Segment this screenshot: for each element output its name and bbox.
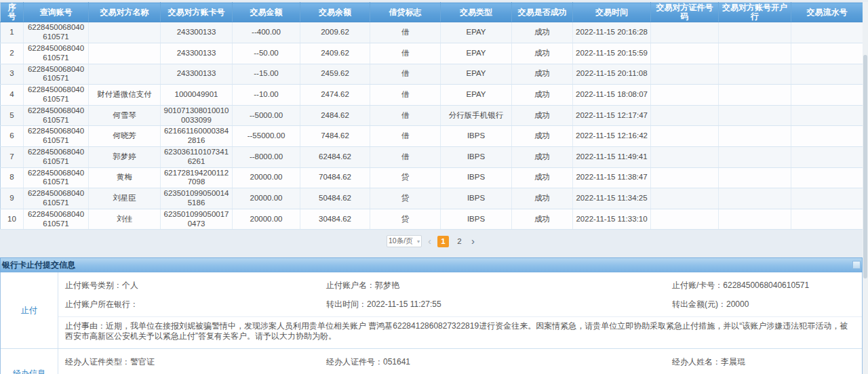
column-header: 交易流水号 xyxy=(791,3,863,22)
stop-payment-section-bar: 银行卡止付提交信息 xyxy=(0,257,863,272)
table-cell: 20000.00 xyxy=(233,209,300,230)
table-cell: 2022-11-15 11:49:41 xyxy=(573,146,651,167)
table-cell: 6235010990500145186 xyxy=(161,188,233,209)
field-operator-name: 经办人姓名：李晨琨 xyxy=(672,356,862,368)
table-cell xyxy=(719,126,791,147)
table-cell: 3 xyxy=(1,64,24,85)
table-cell: 刘佳 xyxy=(89,209,161,230)
field-line: 止付账号类别：个人 止付账户名：郭梦艳 止付账/卡号：6228450068040… xyxy=(58,280,862,291)
table-cell xyxy=(719,85,791,106)
table-cell: 6228450068040610571 xyxy=(24,85,89,106)
transactions-table-header: 序号查询账号交易对方名称交易对方账卡号交易金额交易余额借贷标志交易类型交易是否成… xyxy=(1,3,863,22)
table-cell xyxy=(791,105,863,126)
operator-info-row: 经办信息 经办人证件类型：警官证 经办人证件号：051641 经办人姓名：李晨琨… xyxy=(1,348,862,374)
table-cell xyxy=(719,209,791,230)
stop-payment-panel: 止付 止付账号类别：个人 止付账户名：郭梦艳 止付账/卡号：6228450068… xyxy=(0,272,863,374)
table-cell: 20000.00 xyxy=(233,188,300,209)
table-cell: --8000.00 xyxy=(233,146,300,167)
table-cell: 70484.62 xyxy=(300,167,370,188)
column-header: 交易对方账号开户行 xyxy=(719,3,791,22)
table-cell: 2022-11-15 12:16:42 xyxy=(573,126,651,147)
table-cell: 2022-11-15 20:15:59 xyxy=(573,43,651,64)
table-cell: EPAY xyxy=(441,64,512,85)
field-account-bank: 止付账户所在银行： xyxy=(58,299,326,310)
page-button-2[interactable]: 2 xyxy=(454,236,465,247)
table-cell: 借 xyxy=(370,146,441,167)
table-cell: 成功 xyxy=(512,167,573,188)
table-cell: 2474.62 xyxy=(300,85,370,106)
column-header: 序号 xyxy=(1,3,24,22)
table-row: 106228450068040610571刘佳62350109905001704… xyxy=(1,209,863,230)
table-cell: 20000.00 xyxy=(233,167,300,188)
page-size-label: 10条/页 xyxy=(389,236,413,246)
column-header: 借贷标志 xyxy=(370,3,441,22)
table-cell: 何雪琴 xyxy=(89,105,161,126)
table-cell: 贷 xyxy=(370,167,441,188)
table-cell: 借 xyxy=(370,85,441,106)
table-cell: 成功 xyxy=(512,105,573,126)
table-cell: --5000.00 xyxy=(233,105,300,126)
table-cell xyxy=(791,64,863,85)
column-header: 交易对方证件号码 xyxy=(651,3,719,22)
scrollbar-thumb[interactable] xyxy=(863,55,867,278)
table-cell xyxy=(719,188,791,209)
table-row: 26228450068040610571243300133--50.002409… xyxy=(1,43,863,64)
table-cell: 成功 xyxy=(512,146,573,167)
table-cell xyxy=(651,126,719,147)
transactions-table: 序号查询账号交易对方名称交易对方账卡号交易金额交易余额借贷标志交易类型交易是否成… xyxy=(0,2,863,230)
table-cell: 成功 xyxy=(512,85,573,106)
table-cell: 6228450068040610571 xyxy=(24,105,89,126)
table-cell: --400.00 xyxy=(233,22,300,43)
table-cell: 6228450068040610571 xyxy=(24,167,89,188)
table-cell: 2022-11-15 20:16:28 xyxy=(573,22,651,43)
table-cell xyxy=(89,22,161,43)
table-cell: 财付通微信支付 xyxy=(89,85,161,106)
table-cell: 6228450068040610571 xyxy=(24,64,89,85)
page-button-1[interactable]: 1 xyxy=(437,236,449,247)
table-cell: EPAY xyxy=(441,22,512,43)
prev-page-button[interactable]: ‹ xyxy=(427,236,433,247)
field-transfer-amount: 转出金额(元)：20000 xyxy=(672,299,862,310)
stop-payment-reason: 止付事由：近期，我单位在接报刘妮被骗警情中，发现涉案人员利用贵单位相关账户 曹鸿… xyxy=(58,316,862,348)
table-cell: IBPS xyxy=(441,209,512,230)
table-cell: 2409.62 xyxy=(300,43,370,64)
field-operator-id-number: 经办人证件号：051641 xyxy=(326,356,672,368)
column-header: 交易时间 xyxy=(573,3,651,22)
table-cell: 借 xyxy=(370,43,441,64)
table-cell: 2009.62 xyxy=(300,22,370,43)
collapse-icon[interactable] xyxy=(852,261,861,269)
page-size-select[interactable]: 10条/页 ▾ xyxy=(387,235,422,247)
table-cell xyxy=(791,146,863,167)
pagination: 10条/页 ▾ ‹ 1 2 › xyxy=(0,234,863,248)
column-header: 交易是否成功 xyxy=(512,3,573,22)
field-operator-id-type: 经办人证件类型：警官证 xyxy=(58,356,326,368)
column-header: 交易类型 xyxy=(441,3,512,22)
chevron-down-icon: ▾ xyxy=(417,238,420,245)
table-cell xyxy=(651,85,719,106)
field-account-type: 止付账号类别：个人 xyxy=(58,280,326,291)
table-row: 86228450068040610571黄梅621728194200112709… xyxy=(1,167,863,188)
table-cell xyxy=(719,105,791,126)
table-cell: 62484.62 xyxy=(300,146,370,167)
scrollbar[interactable] xyxy=(863,2,868,374)
table-cell: 成功 xyxy=(512,126,573,147)
operator-info-row-label: 经办信息 xyxy=(1,349,58,374)
table-cell: 6228450068040610571 xyxy=(24,22,89,43)
table-row: 36228450068040610571243300133--15.002459… xyxy=(1,64,863,85)
table-cell xyxy=(651,209,719,230)
table-cell: --55000.00 xyxy=(233,126,300,147)
table-cell xyxy=(651,146,719,167)
table-cell: 243300133 xyxy=(161,43,233,64)
table-cell: 借 xyxy=(370,126,441,147)
table-cell: 4 xyxy=(1,85,24,106)
next-page-button[interactable]: › xyxy=(470,236,476,247)
table-cell xyxy=(719,22,791,43)
table-cell: 6228450068040610571 xyxy=(24,209,89,230)
table-cell: 6228450068040610571 xyxy=(24,43,89,64)
field-line: 止付账户所在银行： 转出时间：2022-11-15 11:27:55 转出金额(… xyxy=(58,299,862,310)
table-cell: EPAY xyxy=(441,43,512,64)
table-cell: --10.00 xyxy=(233,85,300,106)
table-cell: 6 xyxy=(1,126,24,147)
table-cell: 9 xyxy=(1,188,24,209)
table-cell: 黄梅 xyxy=(89,167,161,188)
